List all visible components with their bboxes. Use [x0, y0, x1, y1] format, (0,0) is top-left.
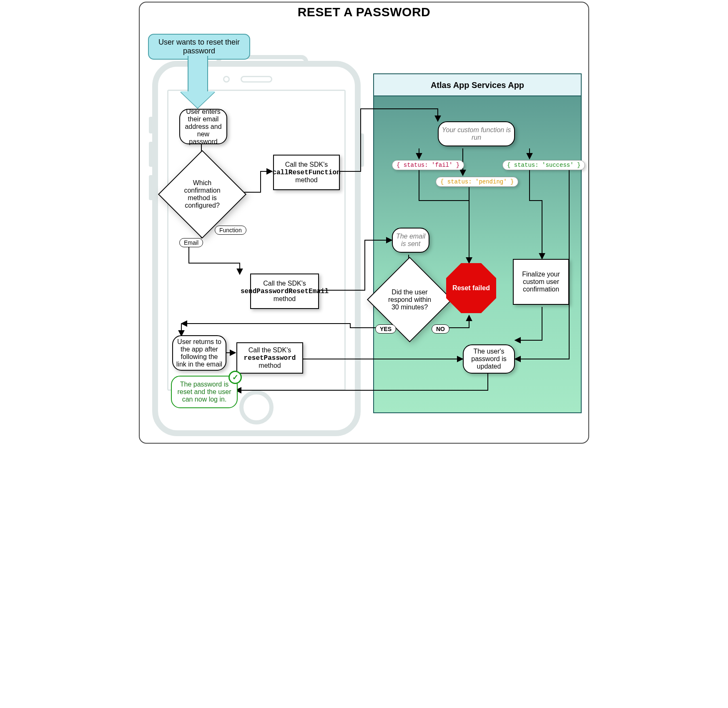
node-which-method: Which confirmation method is configured? [171, 163, 233, 226]
callout-arrow [188, 56, 208, 93]
node-finalize: Finalize your custom user confirmation [513, 259, 569, 305]
code: resetPassword [244, 354, 296, 362]
node-send-password-reset-email: Call the SDK's sendPasswordResetEmail me… [250, 274, 319, 309]
server-title: Atlas App Services App [373, 73, 582, 96]
text: The password is reset and the user can n… [178, 381, 231, 403]
node-result-success: The password is reset and the user can n… [171, 376, 238, 408]
node-call-reset-function: Call the SDK's callResetFunction method [273, 155, 340, 190]
node-user-returns: User returns to the app after following … [172, 335, 226, 371]
diagram-frame: RESET A PASSWORD Atlas App Services App [139, 2, 589, 444]
page-title: RESET A PASSWORD [140, 5, 588, 19]
text: Call the SDK's [249, 346, 291, 354]
check-icon: ✓ [228, 371, 242, 384]
text: method [295, 176, 317, 183]
node-custom-function-run: Your custom function is run [438, 121, 515, 146]
node-user-enters: User enters their email address and new … [179, 109, 227, 144]
label-function: Function [215, 226, 246, 235]
node-reset-password: Call the SDK's resetPassword method [236, 342, 303, 374]
node-reset-failed: Reset failed [446, 263, 496, 313]
code: sendPasswordResetEmail [241, 288, 329, 295]
status-success: { status: 'success' } [502, 160, 585, 170]
text: method [274, 295, 296, 302]
status-fail: { status: 'fail' } [392, 160, 464, 170]
node-which-method-label: Which confirmation method is configured? [171, 163, 233, 226]
code: callResetFunction [272, 169, 340, 176]
label-yes: YES [375, 324, 396, 334]
text: method [259, 362, 281, 369]
text: Call the SDK's [263, 280, 306, 287]
status-pending: { status: 'pending' } [436, 177, 518, 187]
node-email-sent: The email is sent [392, 228, 429, 253]
node-password-updated: The user's password is updated [463, 344, 515, 374]
label-no: NO [432, 324, 449, 334]
label-email: Email [179, 238, 203, 247]
node-respond-30: Did the user respond within 30 minutes? [379, 269, 440, 330]
node-respond-30-label: Did the user respond within 30 minutes? [379, 269, 440, 330]
text: Call the SDK's [285, 161, 328, 168]
